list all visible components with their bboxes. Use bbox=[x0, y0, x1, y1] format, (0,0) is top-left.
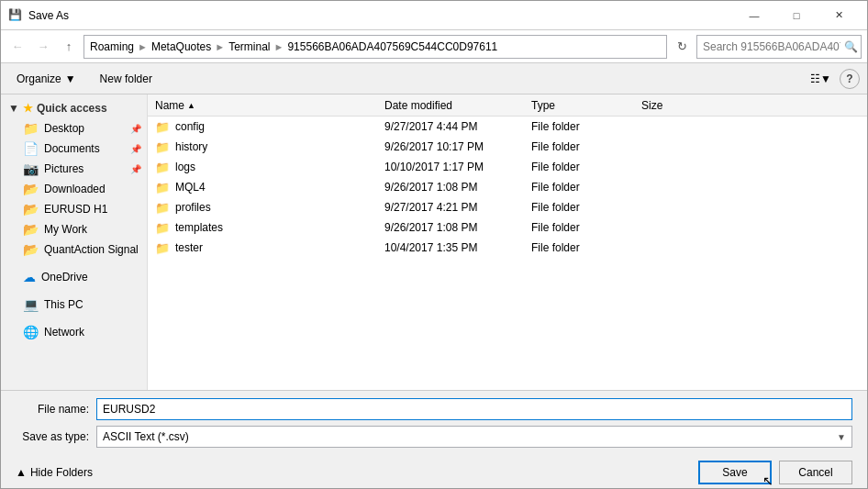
folder-icon: 📁 bbox=[155, 161, 170, 174]
table-row[interactable]: 📁 profiles 9/27/2017 4:21 PM File folder bbox=[148, 197, 867, 217]
sidebar: ▼ ★ Quick access 📁 Desktop 📌 📄 Documents… bbox=[1, 94, 148, 390]
desktop-folder-icon: 📁 bbox=[23, 121, 39, 136]
column-type-header[interactable]: Type bbox=[531, 99, 641, 112]
folder-icon: 📁 bbox=[155, 181, 170, 194]
sidebar-item-label: Pictures bbox=[44, 162, 83, 175]
column-name-header[interactable]: Name ▲ bbox=[155, 99, 384, 112]
save-as-type-label: Save as type: bbox=[16, 430, 89, 443]
folder-icon: 📁 bbox=[155, 241, 170, 255]
save-as-dialog: 💾 Save As — □ ✕ ← → ↑ Roaming ► MetaQuot… bbox=[0, 0, 868, 489]
column-size-header[interactable]: Size bbox=[641, 99, 715, 112]
sidebar-item-eurusd-h1[interactable]: 📂 EURUSD H1 bbox=[1, 199, 147, 219]
sidebar-separator-1 bbox=[1, 260, 147, 267]
table-row[interactable]: 📁 logs 10/10/2017 1:17 PM File folder bbox=[148, 157, 867, 177]
folder-icon: 📁 bbox=[155, 221, 170, 235]
sidebar-item-downloaded[interactable]: 📂 Downloaded bbox=[1, 179, 147, 199]
sidebar-item-documents[interactable]: 📄 Documents 📌 bbox=[1, 139, 147, 159]
file-name-input[interactable] bbox=[96, 398, 852, 420]
file-name: logs bbox=[175, 161, 195, 173]
file-type: File folder bbox=[531, 120, 641, 133]
thispc-icon: 💻 bbox=[23, 297, 39, 312]
file-name: profiles bbox=[175, 201, 211, 214]
sidebar-item-label: Desktop bbox=[44, 122, 84, 135]
file-name: config bbox=[175, 120, 205, 133]
address-bar: ← → ↑ Roaming ► MetaQuotes ► Terminal ► … bbox=[1, 30, 867, 63]
eurusd-folder-icon: 📂 bbox=[23, 202, 39, 217]
address-path[interactable]: Roaming ► MetaQuotes ► Terminal ► 915566… bbox=[83, 35, 667, 59]
sidebar-item-label: This PC bbox=[44, 298, 83, 311]
quick-access-header[interactable]: ▼ ★ Quick access bbox=[1, 98, 147, 118]
folder-icon: 📁 bbox=[155, 140, 170, 154]
folder-icon: 📁 bbox=[155, 201, 170, 215]
table-row[interactable]: 📁 history 9/26/2017 10:17 PM File folder bbox=[148, 137, 867, 157]
hide-folders-button[interactable]: ▲ Hide Folders bbox=[16, 466, 93, 479]
file-name: tester bbox=[175, 241, 203, 254]
filename-row: File name: bbox=[16, 398, 852, 420]
search-box: 🔍 bbox=[696, 35, 862, 59]
sidebar-item-network[interactable]: 🌐 Network bbox=[1, 322, 147, 342]
view-icon: ☷ bbox=[810, 72, 820, 85]
sidebar-item-pictures[interactable]: 📷 Pictures 📌 bbox=[1, 159, 147, 179]
table-row[interactable]: 📁 tester 10/4/2017 1:35 PM File folder bbox=[148, 238, 867, 258]
file-type: File folder bbox=[531, 241, 641, 254]
minimize-button[interactable]: — bbox=[733, 1, 775, 30]
pin-icon: 📌 bbox=[130, 124, 141, 134]
path-folder-id: 915566BA06ADA407569C544CC0D97611 bbox=[287, 40, 497, 53]
hide-folders-arrow-icon: ▲ bbox=[16, 466, 27, 479]
organize-label: Organize bbox=[17, 72, 61, 85]
column-date-header[interactable]: Date modified bbox=[384, 99, 531, 112]
organize-arrow-icon: ▼ bbox=[65, 72, 76, 85]
file-type: File folder bbox=[531, 161, 641, 173]
sidebar-item-onedrive[interactable]: ☁ OneDrive bbox=[1, 267, 147, 287]
close-button[interactable]: ✕ bbox=[818, 1, 860, 30]
file-type: File folder bbox=[531, 221, 641, 234]
downloaded-folder-icon: 📂 bbox=[23, 182, 39, 196]
up-button[interactable]: ↑ bbox=[58, 36, 80, 58]
quantaction-folder-icon: 📂 bbox=[23, 242, 39, 257]
window-controls: — □ ✕ bbox=[733, 1, 860, 30]
file-date: 9/26/2017 1:08 PM bbox=[384, 221, 531, 234]
chevron-down-icon: ▼ bbox=[8, 102, 19, 115]
help-button[interactable]: ? bbox=[840, 69, 860, 89]
table-row[interactable]: 📁 config 9/27/2017 4:44 PM File folder bbox=[148, 117, 867, 137]
sidebar-item-label: Downloaded bbox=[44, 183, 106, 195]
cancel-label: Cancel bbox=[798, 466, 832, 479]
mywork-folder-icon: 📂 bbox=[23, 222, 39, 237]
sidebar-item-label: Network bbox=[44, 326, 84, 339]
sidebar-item-label: EURUSD H1 bbox=[44, 203, 107, 216]
sidebar-item-label: Documents bbox=[44, 142, 100, 155]
file-date: 10/4/2017 1:35 PM bbox=[384, 241, 531, 254]
file-date: 10/10/2017 1:17 PM bbox=[384, 161, 531, 173]
search-icon: 🔍 bbox=[844, 40, 858, 53]
file-list-header: Name ▲ Date modified Type Size bbox=[148, 94, 867, 117]
sidebar-item-label: QuantAction Signal bbox=[44, 243, 139, 256]
organize-button[interactable]: Organize ▼ bbox=[8, 69, 84, 89]
save-label: Save bbox=[722, 466, 747, 479]
table-row[interactable]: 📁 templates 9/26/2017 1:08 PM File folde… bbox=[148, 217, 867, 238]
file-name: templates bbox=[175, 221, 223, 234]
table-row[interactable]: 📁 MQL4 9/26/2017 1:08 PM File folder bbox=[148, 177, 867, 197]
view-options-button[interactable]: ☷ ▼ bbox=[806, 69, 836, 89]
sidebar-item-thispc[interactable]: 💻 This PC bbox=[1, 295, 147, 315]
documents-folder-icon: 📄 bbox=[23, 141, 39, 156]
toolbar: Organize ▼ New folder ☷ ▼ ? bbox=[1, 63, 867, 94]
onedrive-icon: ☁ bbox=[23, 270, 36, 284]
maximize-button[interactable]: □ bbox=[775, 1, 818, 30]
search-input[interactable] bbox=[703, 40, 840, 53]
file-type: File folder bbox=[531, 201, 641, 214]
sidebar-item-my-work[interactable]: 📂 My Work bbox=[1, 219, 147, 239]
back-button[interactable]: ← bbox=[6, 36, 28, 58]
bottom-form: File name: Save as type: ASCII Text (*.c… bbox=[1, 390, 867, 455]
cancel-button[interactable]: Cancel bbox=[779, 461, 852, 484]
refresh-button[interactable]: ↻ bbox=[671, 36, 693, 58]
sidebar-item-desktop[interactable]: 📁 Desktop 📌 bbox=[1, 118, 147, 139]
sidebar-item-quantaction[interactable]: 📂 QuantAction Signal bbox=[1, 239, 147, 260]
save-button[interactable]: Save ↖ bbox=[698, 461, 772, 484]
toolbar-right: ☷ ▼ ? bbox=[806, 69, 860, 89]
save-as-type-select[interactable]: ASCII Text (*.csv) ▼ bbox=[96, 426, 852, 448]
path-metaquotes: MetaQuotes bbox=[151, 40, 211, 53]
dialog-buttons: Save ↖ Cancel bbox=[698, 461, 852, 484]
file-area: Name ▲ Date modified Type Size 📁 config bbox=[148, 94, 867, 390]
forward-button[interactable]: → bbox=[32, 36, 54, 58]
new-folder-button[interactable]: New folder bbox=[92, 69, 161, 89]
